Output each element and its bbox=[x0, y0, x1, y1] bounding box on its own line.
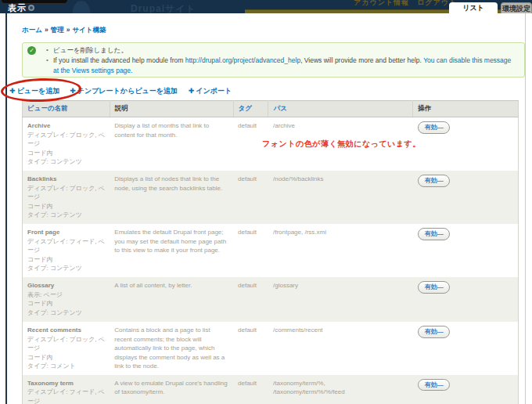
view-tag: default bbox=[233, 224, 268, 277]
breadcrumb-separator: » bbox=[45, 26, 49, 34]
view-path: /glossary bbox=[268, 277, 413, 322]
view-storage: コード内 bbox=[27, 202, 105, 211]
status-message-list: •ビューを削除しました。 •If you install the advance… bbox=[46, 45, 512, 77]
breadcrumb: ホーム»管理»サイト構築 bbox=[22, 26, 106, 35]
site-name: Drupalサイト bbox=[131, 2, 196, 13]
view-description: A list of all content, by letter. bbox=[110, 277, 233, 322]
view-storage: コード内 bbox=[27, 149, 105, 158]
column-header-description: 説明 bbox=[110, 101, 233, 117]
view-type: タイプ: コンテンツ bbox=[27, 308, 105, 318]
view-name: Recent comments bbox=[27, 326, 105, 335]
status-message-text: If you install the advanced help module … bbox=[53, 56, 185, 64]
view-storage: コード内 bbox=[27, 353, 105, 363]
status-message-item: •ビューを削除しました。 bbox=[46, 45, 512, 56]
tab-settings[interactable]: 環境設定 bbox=[501, 2, 532, 13]
view-description: Displays a list of nodes that link to th… bbox=[110, 171, 233, 224]
view-description: Emulates the default Drupal front page; … bbox=[110, 224, 233, 277]
account-menu: アカウント情報ログアウト bbox=[354, 0, 465, 8]
drupal-logo-icon bbox=[72, 1, 91, 13]
add-view-link[interactable]: ビューを追加 bbox=[17, 87, 60, 95]
column-header-operations: 操作 bbox=[413, 101, 519, 117]
view-description: Contains a block and a page to list rece… bbox=[110, 322, 233, 375]
status-message-text: , Views will provide more and better hel… bbox=[300, 56, 423, 64]
table-row: Backlinks ディスプレイ: ブロック, ページ コード内 タイプ: コン… bbox=[23, 171, 519, 224]
add-view-from-template-link[interactable]: テンプレートからビューを追加 bbox=[77, 87, 178, 95]
overlay-left-edge bbox=[5, 13, 7, 404]
dropdown-dash-icon: — bbox=[437, 124, 444, 131]
enable-button[interactable]: 有効— bbox=[418, 228, 450, 240]
view-type: タイプ: コンテンツ bbox=[27, 157, 105, 167]
view-displays: ディスプレイ: ブロック, ページ bbox=[27, 131, 105, 149]
view-tag: default bbox=[233, 375, 268, 404]
view-path: /taxonomy/term/%, /taxonomy/term/%/%/fee… bbox=[268, 375, 413, 404]
column-header-name[interactable]: ビューの名前 bbox=[23, 101, 110, 117]
page-title: 表示 bbox=[8, 2, 27, 13]
add-icon: ✚ bbox=[70, 87, 76, 95]
view-tag: default bbox=[233, 171, 268, 224]
import-link[interactable]: インポート bbox=[196, 87, 232, 95]
dropdown-dash-icon: — bbox=[437, 328, 444, 335]
view-name: Glossary bbox=[27, 281, 105, 290]
view-path: /node/%/backlinks bbox=[268, 171, 413, 224]
dropdown-dash-icon: — bbox=[437, 177, 444, 184]
table-header-row: ビューの名前 説明 タグ パス 操作 bbox=[23, 101, 519, 117]
view-displays: ディスプレイ: ブロック, ページ bbox=[27, 184, 105, 202]
view-displays: ディスプレイ: フィード, ページ bbox=[27, 388, 105, 404]
bullet-icon: • bbox=[46, 45, 49, 55]
dropdown-dash-icon: — bbox=[437, 230, 444, 237]
enable-button[interactable]: 有効— bbox=[418, 121, 450, 134]
view-type: タイプ: コンテンツ bbox=[27, 211, 105, 220]
tab-list[interactable]: リスト bbox=[449, 2, 498, 13]
account-info-link[interactable]: アカウント情報 bbox=[354, 0, 409, 6]
table-row: Taxonomy term ディスプレイ: フィード, ページ コード内 タイプ… bbox=[23, 375, 519, 404]
dropdown-dash-icon: — bbox=[437, 381, 444, 388]
view-displays: ディスプレイ: フィード, ページ bbox=[27, 237, 105, 255]
status-message-text: ビューを削除しました。 bbox=[53, 46, 128, 54]
add-icon: ✚ bbox=[189, 87, 195, 95]
enable-button[interactable]: 有効— bbox=[418, 175, 450, 187]
view-name: Archive bbox=[27, 121, 105, 131]
view-displays: ディスプレイ: ブロック, ページ bbox=[27, 335, 105, 353]
dropdown-dash-icon: — bbox=[437, 283, 444, 290]
column-header-tag[interactable]: タグ bbox=[233, 101, 268, 117]
overlay-right-edge bbox=[525, 13, 526, 404]
view-name: Backlinks bbox=[27, 175, 105, 184]
status-message-item: •If you install the advanced help module… bbox=[46, 56, 512, 76]
view-displays: 表示: ページ bbox=[27, 290, 105, 300]
breadcrumb-home[interactable]: ホーム bbox=[22, 26, 42, 34]
site-header: 表示 Drupalサイト アカウント情報ログアウト リスト 環境設定 bbox=[0, 0, 532, 13]
enable-button[interactable]: 有効— bbox=[418, 326, 450, 338]
add-icon: ✚ bbox=[9, 87, 16, 95]
breadcrumb-admin[interactable]: 管理 bbox=[51, 26, 64, 34]
enable-button[interactable]: 有効— bbox=[418, 379, 450, 391]
breadcrumb-structure[interactable]: サイト構築 bbox=[72, 26, 106, 34]
help-icon[interactable] bbox=[28, 5, 34, 11]
view-tag: default bbox=[233, 322, 268, 375]
view-type: タイプ: コンテンツ bbox=[27, 264, 105, 273]
advanced-help-link[interactable]: http://drupal.org/project/advanced_help bbox=[185, 56, 300, 64]
view-storage: コード内 bbox=[27, 255, 105, 265]
status-ok-icon: ✓ bbox=[27, 46, 36, 55]
view-description: A view to emulate Drupal core's handling… bbox=[110, 375, 233, 404]
red-note-annotation: フォントの色が薄く無効になっています。 bbox=[262, 139, 421, 150]
enable-button[interactable]: 有効— bbox=[418, 281, 450, 294]
table-row: Glossary 表示: ページ コード内 タイプ: コンテンツ A list … bbox=[23, 277, 519, 322]
bullet-icon: • bbox=[46, 56, 49, 65]
view-path: /frontpage, /rss.xml bbox=[268, 224, 413, 277]
view-name: Front page bbox=[27, 228, 105, 237]
view-type: タイプ: コメント bbox=[27, 362, 105, 371]
column-header-path[interactable]: パス bbox=[268, 101, 413, 117]
view-storage: コード内 bbox=[27, 299, 105, 308]
table-row: Front page ディスプレイ: フィード, ページ コード内 タイプ: コ… bbox=[23, 224, 519, 277]
table-row: Recent comments ディスプレイ: ブロック, ページ コード内 タ… bbox=[23, 322, 519, 375]
view-name: Taxonomy term bbox=[27, 379, 105, 388]
view-path: /comments/recent bbox=[268, 322, 413, 375]
view-description: Display a list of months that link to co… bbox=[110, 117, 233, 171]
view-tag: default bbox=[233, 277, 268, 322]
breadcrumb-separator: » bbox=[66, 26, 70, 34]
action-links: ✚ビューを追加✚テンプレートからビューを追加✚インポート bbox=[9, 86, 232, 96]
status-message-box: ✓ •ビューを削除しました。 •If you install the advan… bbox=[22, 42, 525, 78]
